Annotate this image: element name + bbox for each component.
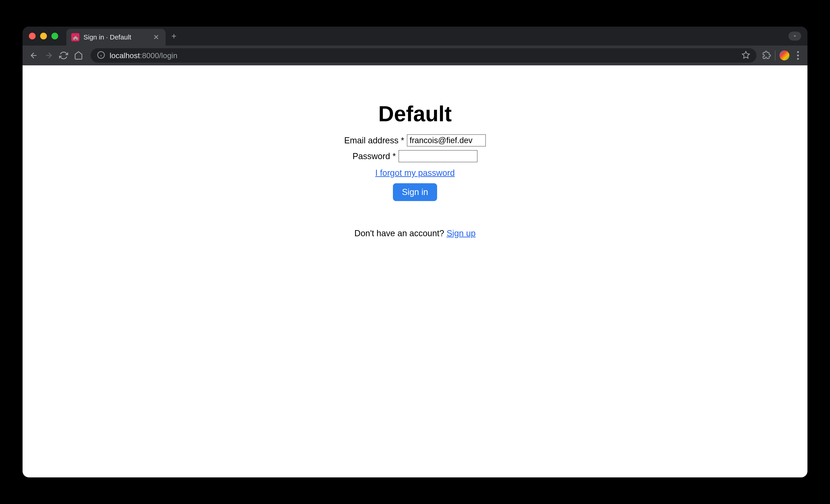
url-text: localhost:8000/login	[109, 51, 737, 60]
close-window-button[interactable]	[29, 33, 36, 39]
tab-overflow-button[interactable]	[789, 32, 801, 41]
site-info-button[interactable]	[97, 51, 105, 60]
browser-tab[interactable]: 🏰 Sign in · Default ✕	[66, 29, 165, 45]
url-host: localhost	[109, 51, 140, 60]
profile-avatar[interactable]	[779, 51, 789, 60]
toolbar-divider	[775, 51, 775, 60]
home-icon	[74, 51, 83, 60]
tab-favicon-icon: 🏰	[71, 33, 79, 41]
signin-button[interactable]: Sign in	[393, 183, 437, 201]
signup-link[interactable]: Sign up	[447, 229, 476, 238]
forgot-password-link[interactable]: I forgot my password	[375, 168, 455, 178]
tab-title: Sign in · Default	[84, 33, 149, 41]
browser-menu-button[interactable]	[794, 51, 802, 60]
tab-bar: 🏰 Sign in · Default ✕ +	[23, 27, 807, 45]
reload-icon	[59, 51, 68, 60]
home-button[interactable]	[72, 49, 85, 62]
arrow-left-icon	[29, 51, 38, 60]
arrow-right-icon	[44, 51, 53, 60]
page-title: Default	[344, 101, 486, 126]
password-label: Password *	[353, 152, 396, 161]
address-bar[interactable]: localhost:8000/login	[91, 48, 757, 63]
star-icon	[742, 51, 750, 59]
email-label: Email address *	[344, 136, 404, 145]
email-field[interactable]	[407, 134, 486, 146]
window-controls	[29, 33, 58, 39]
svg-marker-3	[742, 52, 749, 58]
browser-toolbar: localhost:8000/login	[23, 45, 807, 65]
extensions-button[interactable]	[762, 51, 771, 60]
password-field[interactable]	[398, 150, 477, 162]
maximize-window-button[interactable]	[52, 33, 58, 39]
close-tab-icon[interactable]: ✕	[153, 34, 159, 41]
email-row: Email address *	[344, 134, 486, 146]
page-viewport: Default Email address * Password * I for…	[23, 65, 807, 477]
signup-prompt-row: Don't have an account? Sign up	[344, 226, 486, 238]
minimize-window-button[interactable]	[40, 33, 47, 39]
password-row: Password *	[344, 150, 486, 162]
bookmark-button[interactable]	[742, 51, 750, 60]
puzzle-icon	[762, 51, 771, 59]
browser-window: 🏰 Sign in · Default ✕ +	[23, 27, 807, 477]
url-path: :8000/login	[140, 51, 177, 60]
reload-button[interactable]	[57, 49, 70, 62]
new-tab-button[interactable]: +	[171, 32, 177, 40]
info-icon	[97, 51, 105, 59]
forward-button[interactable]	[42, 49, 55, 62]
signup-prompt-text: Don't have an account?	[354, 229, 447, 238]
login-form: Default Email address * Password * I for…	[344, 101, 486, 477]
chevron-down-icon	[792, 33, 798, 39]
back-button[interactable]	[28, 49, 40, 62]
